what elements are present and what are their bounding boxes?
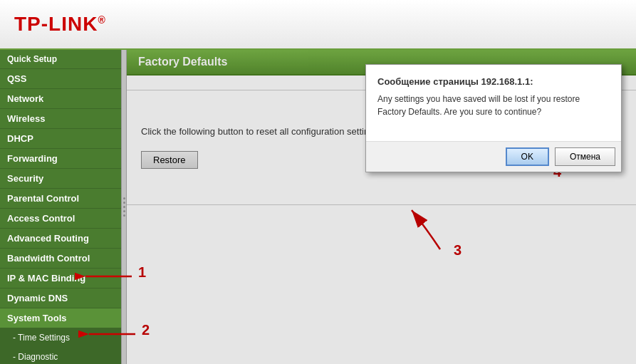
sidebar-item-parental-control[interactable]: Parental Control [0,189,121,209]
sidebar-item-system-tools[interactable]: System Tools [0,308,121,328]
sidebar-item-access-control[interactable]: Access Control [0,209,121,229]
dialog-body: Сообщение страницы 192.168.1.1: Any sett… [366,65,621,141]
sidebar-item-forwarding[interactable]: Forwarding [0,149,121,169]
logo-registered: ® [98,14,105,26]
sidebar-item-bandwidth-control[interactable]: Bandwidth Control [0,249,121,269]
sidebar-item-qss[interactable]: QSS [0,69,121,89]
dialog: Сообщение страницы 192.168.1.1: Any sett… [365,64,622,172]
sidebar-item-diagnostic[interactable]: - Diagnostic [0,348,121,364]
dialog-title: Сообщение страницы 192.168.1.1: [377,76,610,87]
content-area: Factory Defaults Click the following but… [127,50,636,364]
header: TP-LINK® [0,0,636,50]
logo-text: TP-LINK [14,13,98,35]
dialog-buttons: OK Отмена [366,141,621,172]
dialog-cancel-button[interactable]: Отмена [555,147,615,166]
main-layout: Quick Setup QSS Network Wireless DHCP Fo… [0,50,636,364]
resize-dots [123,197,125,217]
sidebar-item-ip-mac-binding[interactable]: IP & MAC Binding [0,269,121,288]
sidebar-item-wireless[interactable]: Wireless [0,109,121,129]
sidebar-item-security[interactable]: Security [0,169,121,189]
resize-handle[interactable] [121,50,127,364]
dialog-ok-button[interactable]: OK [506,147,549,166]
sidebar-item-dynamic-dns[interactable]: Dynamic DNS [0,288,121,308]
sidebar-item-dhcp[interactable]: DHCP [0,129,121,149]
sidebar-item-network[interactable]: Network [0,89,121,109]
logo: TP-LINK® [14,13,106,36]
dialog-overlay: Сообщение страницы 192.168.1.1: Any sett… [127,50,636,364]
sidebar-item-quick-setup[interactable]: Quick Setup [0,50,121,69]
sidebar-item-time-settings[interactable]: - Time Settings [0,328,121,348]
sidebar: Quick Setup QSS Network Wireless DHCP Fo… [0,50,121,364]
dialog-message: Any settings you have saved will be lost… [377,93,610,118]
sidebar-item-advanced-routing[interactable]: Advanced Routing [0,229,121,249]
